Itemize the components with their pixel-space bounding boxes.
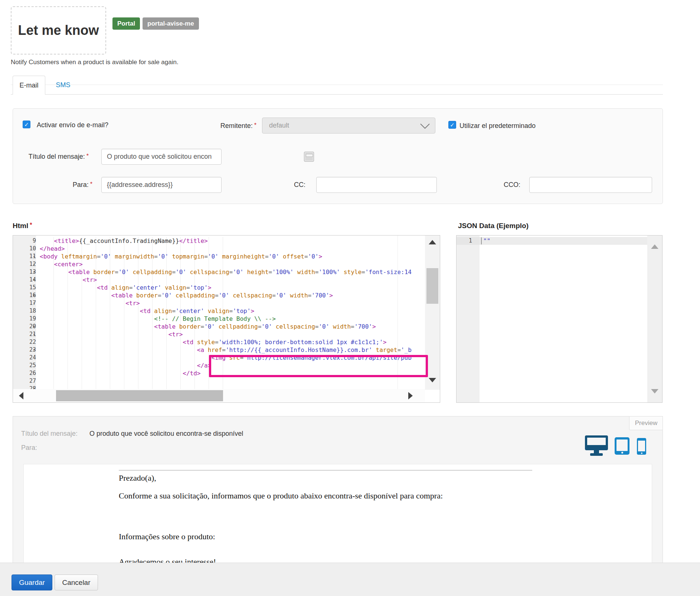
- fold-arrow-icon[interactable]: ▾: [33, 346, 35, 354]
- gutter-line: 19▾: [13, 315, 36, 323]
- enable-email-checkbox[interactable]: ✓: [23, 121, 30, 128]
- fold-arrow-icon[interactable]: ▾: [33, 330, 35, 338]
- tablet-icon[interactable]: [615, 437, 629, 455]
- fold-arrow-icon[interactable]: ▾: [33, 299, 35, 307]
- code-line[interactable]: <!-- // Begin Template Body \\ -->: [40, 315, 440, 323]
- page-title-box: Let me know: [11, 6, 106, 55]
- code-line[interactable]: <tr>: [40, 276, 440, 284]
- vscroll-thumb[interactable]: [426, 268, 438, 304]
- fold-arrow-icon[interactable]: ▾: [33, 323, 35, 330]
- gutter-line[interactable]: 21▾: [13, 330, 36, 338]
- gutter-line[interactable]: 16▾: [13, 292, 36, 299]
- code-line[interactable]: <td align='center' valign='top'>: [40, 284, 440, 292]
- fold-arrow-icon[interactable]: ▾: [33, 276, 35, 284]
- chevron-down-icon: [420, 124, 430, 129]
- code-line[interactable]: <table border='0' cellpadding='0' cellsp…: [40, 323, 440, 330]
- desktop-icon[interactable]: [585, 435, 608, 450]
- code-line[interactable]: <a href='http://{{_accountInfo.HostName}…: [40, 346, 440, 354]
- use-default-label: Utilizar el predeterminado: [459, 122, 536, 130]
- subject-input[interactable]: [101, 149, 222, 165]
- email-preview-panel: Preview Título del mensaje: O produto qu…: [13, 416, 663, 564]
- email-product-heading: Informações sobre o produto:: [119, 532, 215, 541]
- gutter-line: 27▾: [13, 377, 36, 385]
- cc-input[interactable]: [316, 177, 437, 193]
- required-asterisk: *: [254, 122, 256, 128]
- code-line[interactable]: <td align='center' valign='top'>: [40, 307, 440, 315]
- html-code-editor[interactable]: 9▾10▾11▾12▾13▾14▾15▾16▾17▾18▾19▾20▾21▾22…: [13, 235, 440, 403]
- scroll-up-icon[interactable]: [429, 240, 436, 244]
- cco-input[interactable]: [529, 177, 652, 193]
- preview-button[interactable]: Preview: [629, 416, 663, 430]
- tab-email[interactable]: E-mail: [13, 76, 45, 95]
- cancel-button[interactable]: Cancelar: [55, 574, 98, 590]
- enable-email-label: Activar envío de e-mail?: [37, 121, 108, 129]
- json-data-editor[interactable]: 1 "": [456, 235, 663, 403]
- email-paragraph: Conforme a sua solicitação, informamos q…: [119, 491, 443, 501]
- code-line[interactable]: <td style='width:100%; border-bottom:sol…: [40, 338, 440, 346]
- code-line[interactable]: <title>{{_accountInfo.TradingName}}</tit…: [40, 237, 440, 245]
- gutter-line[interactable]: 23▾: [13, 346, 36, 354]
- json-editor-gutter: 1: [457, 236, 480, 402]
- gutter-line[interactable]: 20▾: [13, 323, 36, 330]
- json-editor-value[interactable]: "": [483, 237, 490, 245]
- save-button[interactable]: Guardar: [12, 574, 52, 590]
- use-default-checkbox[interactable]: ✓: [448, 121, 456, 129]
- subject-label: Título del mensaje:*: [13, 153, 89, 161]
- phone-icon[interactable]: [637, 438, 646, 455]
- badge-template-slug: portal-avise-me: [143, 17, 199, 30]
- code-line[interactable]: <body leftmargin='0' marginwidth='0' top…: [40, 253, 440, 260]
- tab-underline: [11, 94, 663, 95]
- code-line[interactable]: </head>: [40, 245, 440, 253]
- gutter-line: 15▾: [13, 284, 36, 292]
- html-editor-gutter: 9▾10▾11▾12▾13▾14▾15▾16▾17▾18▾19▾20▾21▾22…: [13, 236, 36, 402]
- html-editor-hscrollbar[interactable]: [13, 389, 425, 402]
- annotation-highlight-box: [209, 355, 428, 377]
- html-editor-code[interactable]: <title>{{_accountInfo.TradingName}}</tit…: [36, 237, 440, 402]
- preview-to-label: Para:: [21, 444, 37, 452]
- email-greeting: Prezado(a),: [119, 473, 156, 483]
- code-line[interactable]: <table border='0' cellpadding='0' cellsp…: [40, 292, 440, 299]
- to-label: Para:*: [13, 181, 92, 189]
- fold-arrow-icon[interactable]: ▾: [33, 292, 35, 299]
- gutter-line[interactable]: 17▾: [13, 299, 36, 307]
- gutter-line: 25▾: [13, 362, 36, 369]
- gutter-line: 1: [457, 237, 480, 245]
- gutter-line: 24▾: [13, 354, 36, 362]
- sender-select[interactable]: default: [262, 118, 435, 134]
- subject-field-wrap: [101, 149, 222, 165]
- scroll-up-icon[interactable]: [651, 244, 658, 249]
- fold-arrow-icon[interactable]: ▾: [33, 268, 35, 276]
- page-subtitle: Notify Customers when a product is avail…: [11, 59, 179, 66]
- to-input[interactable]: [101, 177, 222, 193]
- scroll-right-icon[interactable]: [408, 392, 413, 399]
- hscroll-thumb[interactable]: [56, 390, 223, 401]
- gutter-line: 22▾: [13, 338, 36, 346]
- page: Let me know Portal portal-avise-me Notif…: [0, 0, 700, 596]
- scroll-left-icon[interactable]: [19, 392, 23, 399]
- gutter-line: 18▾: [13, 307, 36, 315]
- scroll-down-icon[interactable]: [651, 389, 658, 394]
- code-line[interactable]: [40, 377, 440, 385]
- translate-widget-icon[interactable]: [304, 152, 314, 162]
- json-section-label: JSON Data (Ejemplo): [458, 222, 529, 230]
- gutter-line[interactable]: 12▾: [13, 260, 36, 268]
- gutter-line[interactable]: 14▾: [13, 276, 36, 284]
- code-line[interactable]: <tr>: [40, 299, 440, 307]
- gutter-line[interactable]: 11▾: [13, 253, 36, 260]
- preview-subject-label: Título del mensaje:: [21, 430, 78, 438]
- gutter-line: 9▾: [13, 237, 36, 245]
- tab-sms[interactable]: SMS: [51, 76, 75, 94]
- fold-arrow-icon[interactable]: ▾: [33, 253, 35, 260]
- code-line[interactable]: <center>: [40, 260, 440, 268]
- badge-portal: Portal: [112, 17, 140, 30]
- fold-arrow-icon[interactable]: ▾: [33, 260, 35, 268]
- code-line[interactable]: <tr>: [40, 330, 440, 338]
- header-divider: [11, 85, 663, 85]
- text-cursor: [481, 237, 482, 244]
- json-editor-vscrollbar[interactable]: [647, 236, 662, 402]
- code-line[interactable]: <table border='0' cellpadding='0' cellsp…: [40, 268, 440, 276]
- action-bar: Guardar Cancelar: [0, 563, 700, 596]
- scroll-down-icon[interactable]: [429, 378, 436, 382]
- active-line-highlight: [480, 237, 647, 245]
- gutter-line[interactable]: 13▾: [13, 268, 36, 276]
